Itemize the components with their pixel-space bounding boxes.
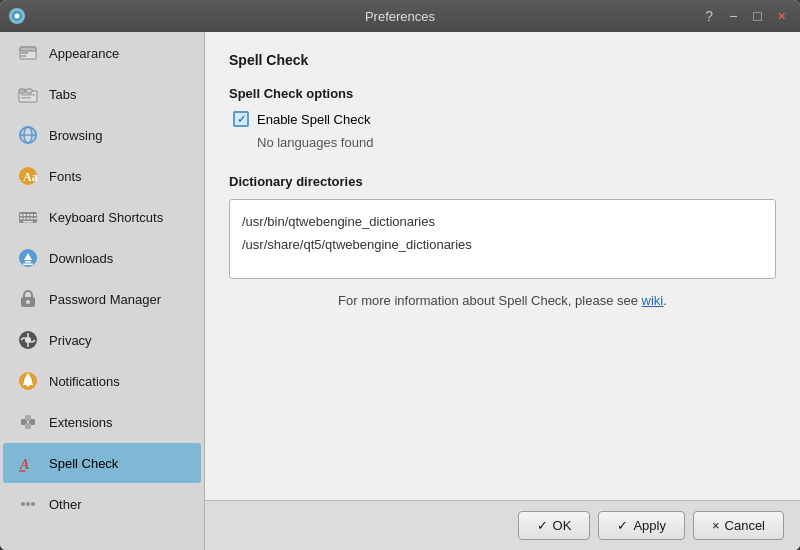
ok-button[interactable]: ✓ OK [518,511,591,540]
svg-rect-9 [26,89,32,93]
sidebar-label-appearance: Appearance [49,46,119,61]
svg-text:A: A [19,457,29,472]
window-controls: ? − □ × [699,6,792,26]
svg-rect-5 [21,52,28,54]
svg-rect-11 [21,97,31,99]
wiki-link[interactable]: wiki [642,293,664,308]
ok-icon: ✓ [537,518,548,533]
spell-check-checkbox-row: Enable Spell Check [233,111,776,127]
dict-path-1: /usr/bin/qtwebengine_dictionaries [242,210,763,233]
info-text: For more information about Spell Check, … [229,293,776,308]
svg-point-46 [21,502,25,506]
enable-spellcheck-checkbox[interactable] [233,111,249,127]
dictionary-section: Dictionary directories /usr/bin/qtwebeng… [229,174,776,308]
main-panel: Spell Check Spell Check options Enable S… [205,32,800,550]
svg-point-48 [31,502,35,506]
svg-rect-19 [24,214,27,216]
apply-label: Apply [633,518,666,533]
svg-rect-42 [25,415,31,421]
password-icon [17,288,39,310]
sidebar-item-privacy[interactable]: Privacy [3,320,201,360]
dict-section-title: Dictionary directories [229,174,776,189]
enable-spellcheck-label: Enable Spell Check [257,112,370,127]
other-icon [17,493,39,515]
svg-rect-25 [27,218,30,220]
extensions-icon [17,411,39,433]
sidebar-item-notifications[interactable]: Notifications [3,361,201,401]
dict-path-2: /usr/share/qt5/qtwebengine_dictionaries [242,233,763,256]
sidebar-label-spellcheck: Spell Check [49,456,118,471]
svg-point-36 [25,337,31,343]
svg-rect-32 [23,264,33,266]
svg-rect-43 [25,423,31,429]
sidebar-label-notifications: Notifications [49,374,120,389]
svg-rect-31 [25,261,31,263]
sidebar-label-other: Other [49,497,82,512]
sidebar-item-spellcheck[interactable]: A Spell Check [3,443,201,483]
sidebar-label-extensions: Extensions [49,415,113,430]
svg-rect-18 [20,214,23,216]
help-button[interactable]: ? [699,6,719,26]
svg-rect-24 [24,218,27,220]
sidebar-item-appearance[interactable]: Appearance [3,33,201,73]
section-title: Spell Check [229,52,776,72]
sidebar-label-browsing: Browsing [49,128,102,143]
info-text-after: . [663,293,667,308]
sidebar-label-tabs: Tabs [49,87,76,102]
subsection-title: Spell Check options [229,86,776,101]
tabs-icon [17,83,39,105]
svg-point-2 [15,14,20,19]
titlebar: Preferences ? − □ × [0,0,800,32]
panel-footer: ✓ OK ✓ Apply × Cancel [205,500,800,550]
svg-rect-23 [20,218,23,220]
svg-rect-21 [31,214,34,216]
svg-rect-20 [27,214,30,216]
sidebar-label-keyboard: Keyboard Shortcuts [49,210,163,225]
no-languages-text: No languages found [257,135,776,150]
minimize-button[interactable]: − [723,6,743,26]
svg-rect-8 [19,89,25,93]
appearance-icon [17,42,39,64]
sidebar-item-extensions[interactable]: Extensions [3,402,201,442]
notifications-icon [17,370,39,392]
privacy-icon [17,329,39,351]
maximize-button[interactable]: □ [747,6,767,26]
sidebar-label-downloads: Downloads [49,251,113,266]
svg-point-34 [26,300,30,304]
svg-point-39 [27,374,30,377]
cancel-label: Cancel [725,518,765,533]
main-content: Appearance Tabs [0,32,800,550]
svg-rect-28 [23,221,33,223]
svg-rect-10 [21,94,35,96]
sidebar-item-browsing[interactable]: Browsing [3,115,201,155]
keyboard-icon [17,206,39,228]
preferences-window: Preferences ? − □ × Appearance [0,0,800,550]
downloads-icon [17,247,39,269]
sidebar: Appearance Tabs [0,32,205,550]
sidebar-item-other[interactable]: Other [3,484,201,524]
sidebar-item-password[interactable]: Password Manager [3,279,201,319]
sidebar-item-keyboard[interactable]: Keyboard Shortcuts [3,197,201,237]
sidebar-item-tabs[interactable]: Tabs [3,74,201,114]
cancel-icon: × [712,518,720,533]
svg-rect-6 [21,55,26,57]
sidebar-item-downloads[interactable]: Downloads [3,238,201,278]
svg-rect-4 [20,47,36,51]
app-icon [8,7,26,25]
window-title: Preferences [0,9,800,24]
svg-rect-26 [31,218,34,220]
apply-icon: ✓ [617,518,628,533]
sidebar-item-fonts[interactable]: Aa Fonts [3,156,201,196]
fonts-icon: Aa [17,165,39,187]
svg-point-47 [26,502,30,506]
cancel-button[interactable]: × Cancel [693,511,784,540]
sidebar-label-privacy: Privacy [49,333,92,348]
panel-content: Spell Check Spell Check options Enable S… [205,32,800,500]
dictionary-paths-box: /usr/bin/qtwebengine_dictionaries /usr/s… [229,199,776,279]
info-text-before: For more information about Spell Check, … [338,293,642,308]
svg-rect-22 [34,214,37,216]
browsing-icon [17,124,39,146]
close-button[interactable]: × [772,6,792,26]
apply-button[interactable]: ✓ Apply [598,511,685,540]
svg-text:Aa: Aa [23,170,38,184]
